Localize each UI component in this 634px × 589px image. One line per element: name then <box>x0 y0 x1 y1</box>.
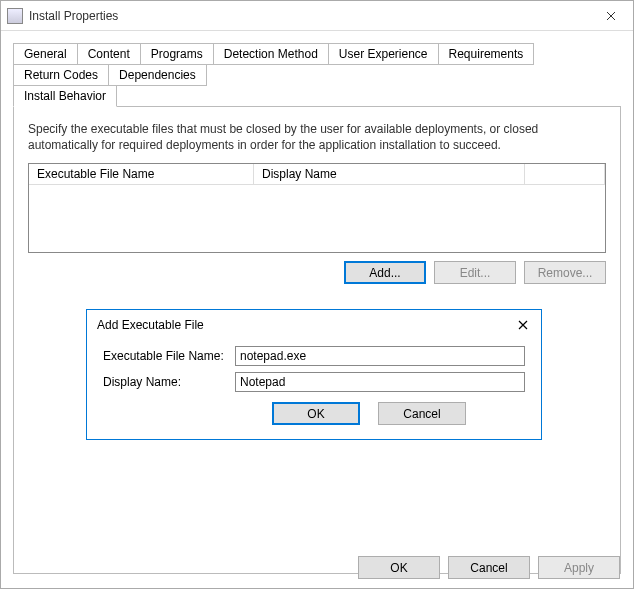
modal-close-button[interactable] <box>513 316 533 334</box>
close-icon <box>606 11 616 21</box>
label-display-name: Display Name: <box>103 375 235 389</box>
modal-titlebar: Add Executable File <box>87 310 541 342</box>
titlebar: Install Properties <box>1 1 633 31</box>
tab-row-2: Install Behavior <box>13 85 621 106</box>
tab-row-1: General Content Programs Detection Metho… <box>13 43 621 85</box>
add-button[interactable]: Add... <box>344 261 426 284</box>
tab-general[interactable]: General <box>13 43 78 65</box>
window-close-button[interactable] <box>588 1 633 30</box>
tab-install-behavior[interactable]: Install Behavior <box>13 85 117 107</box>
tab-dependencies[interactable]: Dependencies <box>108 64 207 86</box>
close-icon <box>518 320 528 330</box>
label-executable-file-name: Executable File Name: <box>103 349 235 363</box>
dialog-ok-button[interactable]: OK <box>358 556 440 579</box>
dialog-buttons: OK Cancel Apply <box>358 556 620 579</box>
executable-file-name-input[interactable] <box>235 346 525 366</box>
grid-header: Executable File Name Display Name <box>29 164 605 185</box>
tab-detection-method[interactable]: Detection Method <box>213 43 329 65</box>
app-icon <box>7 8 23 24</box>
modal-cancel-button[interactable]: Cancel <box>378 402 466 425</box>
tab-requirements[interactable]: Requirements <box>438 43 535 65</box>
window-title: Install Properties <box>29 9 118 23</box>
tab-programs[interactable]: Programs <box>140 43 214 65</box>
add-executable-file-dialog: Add Executable File Executable File Name… <box>86 309 542 440</box>
tab-return-codes[interactable]: Return Codes <box>13 64 109 86</box>
panel-description: Specify the executable files that must b… <box>28 121 606 153</box>
modal-ok-button[interactable]: OK <box>272 402 360 425</box>
column-executable-file-name[interactable]: Executable File Name <box>29 164 254 185</box>
tab-content[interactable]: Content <box>77 43 141 65</box>
modal-title: Add Executable File <box>97 318 204 332</box>
column-display-name[interactable]: Display Name <box>254 164 525 185</box>
column-spacer <box>525 164 605 185</box>
modal-buttons: OK Cancel <box>103 402 525 425</box>
tab-user-experience[interactable]: User Experience <box>328 43 439 65</box>
dialog-cancel-button[interactable]: Cancel <box>448 556 530 579</box>
content-area: General Content Programs Detection Metho… <box>1 31 633 580</box>
display-name-input[interactable] <box>235 372 525 392</box>
grid-buttons: Add... Edit... Remove... <box>28 261 606 284</box>
tab-panel-install-behavior: Specify the executable files that must b… <box>13 106 621 574</box>
executables-grid[interactable]: Executable File Name Display Name <box>28 163 606 253</box>
dialog-apply-button: Apply <box>538 556 620 579</box>
remove-button: Remove... <box>524 261 606 284</box>
modal-body: Executable File Name: Display Name: OK C… <box>87 342 541 439</box>
edit-button: Edit... <box>434 261 516 284</box>
tab-control: General Content Programs Detection Metho… <box>13 43 621 574</box>
